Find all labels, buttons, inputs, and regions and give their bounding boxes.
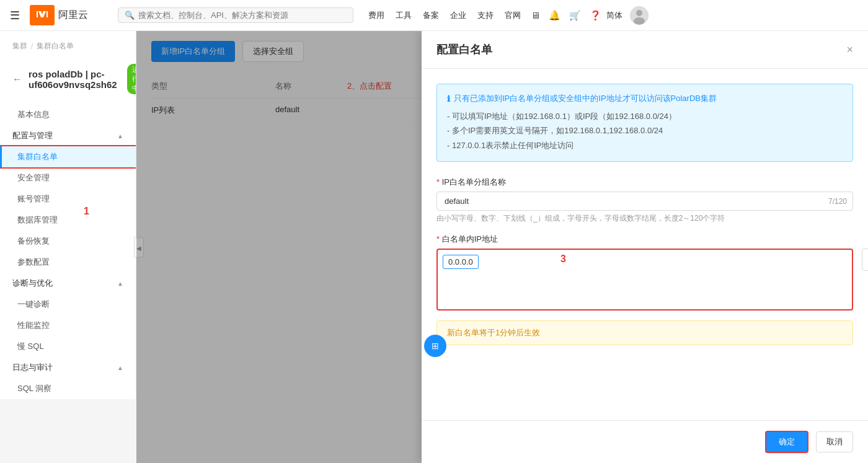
chevron-up-icon: ▲ — [117, 133, 123, 139]
svg-point-3 — [634, 17, 645, 25]
breadcrumb-cluster[interactable]: 集群 — [12, 41, 27, 51]
info-line-3: - 127.0.0.1表示禁止任何IP地址访问 — [447, 138, 843, 152]
svg-point-2 — [636, 10, 642, 16]
help-icon[interactable]: ❓ — [590, 10, 601, 21]
info-box-title: ℹ 只有已添加到IP白名单分组或安全组中的IP地址才可以访问该PolarDB集群 — [447, 93, 843, 104]
dialog-title: 配置白名单 — [436, 42, 492, 57]
sidebar-item-whitelist[interactable]: 集群白名单 — [0, 146, 136, 167]
dialog-header: 配置白名单 × — [422, 31, 868, 69]
logo-text: 阿里云 — [58, 9, 88, 22]
sidebar-item-sql-insight[interactable]: SQL 洞察 — [0, 378, 136, 399]
dialog-footer: 确定 取消 — [422, 420, 868, 463]
hamburger-icon[interactable]: ☰ — [10, 9, 20, 22]
group-name-hint: 由小写字母、数字、下划线（_）组成，字母开头，字母或数字结尾，长度2～120个字… — [436, 213, 853, 224]
breadcrumb: 集群 / 集群白名单 — [0, 41, 136, 59]
search-input[interactable] — [138, 11, 347, 20]
nav-icon-group: 🖥 🔔 🛒 ❓ — [531, 10, 601, 21]
logo-icon — [30, 5, 55, 25]
main-layout: 集群 / 集群白名单 ← ros poladDb | pc-uf606ov9nv… — [0, 31, 868, 463]
nav-links: 费用 工具 备案 企业 支持 官网 — [368, 10, 521, 21]
info-line-1: - 可以填写IP地址（如192.168.0.1）或IP段（如192.168.0.… — [447, 109, 843, 123]
dialog-close-button[interactable]: × — [846, 44, 853, 55]
group-name-input[interactable] — [436, 192, 853, 211]
group-name-label: IP白名单分组名称 — [436, 177, 853, 188]
nav-link-support[interactable]: 支持 — [477, 10, 494, 21]
nav-link-official[interactable]: 官网 — [505, 10, 521, 21]
dialog-body: ℹ 只有已添加到IP白名单分组或安全组中的IP地址才可以访问该PolarDB集群… — [422, 69, 868, 420]
confirm-button[interactable]: 确定 — [765, 431, 808, 453]
back-button[interactable]: ← — [12, 74, 22, 85]
logo: 阿里云 — [30, 5, 88, 25]
nav-link-beian[interactable]: 备案 — [423, 10, 439, 21]
cluster-name: ros poladDb | pc-uf606ov9nvsq2sh62 — [29, 69, 117, 90]
chat-icon-button[interactable]: 💬 — [862, 249, 868, 271]
content-area: 新增IP白名单分组 选择安全组 类型 名称 IP列表 default 2、点击配… — [136, 31, 868, 463]
top-navigation: ☰ 阿里云 🔍 费用 工具 备案 企业 支持 官网 🖥 🔔 🛒 ❓ 简体 — [0, 0, 868, 31]
nav-link-fee[interactable]: 费用 — [368, 10, 384, 21]
sidebar-section-diagnostic[interactable]: 诊断与优化 ▲ — [0, 273, 136, 294]
sidebar-section-log-label: 日志与审计 — [12, 362, 53, 373]
float-grid-button[interactable]: ⊞ — [424, 335, 446, 357]
nav-link-enterprise[interactable]: 企业 — [450, 10, 466, 21]
info-box: ℹ 只有已添加到IP白名单分组或安全组中的IP地址才可以访问该PolarDB集群… — [436, 84, 853, 162]
annotation-1: 1 — [84, 206, 89, 217]
cluster-title: ← ros poladDb | pc-uf606ov9nvsq2sh62 运行中 — [0, 59, 136, 104]
group-name-count: 7/120 — [828, 197, 847, 206]
warning-box: 新白名单将于1分钟后生效 — [436, 320, 853, 345]
sidebar-item-diagnosis[interactable]: 一键诊断 — [0, 294, 136, 315]
group-name-form-group: IP白名单分组名称 7/120 由小写字母、数字、下划线（_）组成，字母开头，字… — [436, 177, 853, 224]
language-selector[interactable]: 简体 — [606, 10, 622, 21]
sidebar-item-account[interactable]: 账号管理 — [0, 188, 136, 209]
breadcrumb-current: 集群白名单 — [37, 41, 74, 51]
dialog-whitelist: 配置白名单 × ℹ 只有已添加到IP白名单分组或安全组中的IP地址才可以访问该P… — [422, 31, 868, 463]
info-line-2: - 多个IP需要用英文逗号隔开，如192.168.0.1,192.168.0.0… — [447, 123, 843, 138]
ip-area-wrapper: 0.0.0.0 3 💬 — [436, 249, 853, 311]
screen-icon[interactable]: 🖥 — [531, 10, 540, 20]
side-action-buttons: 💬 — [862, 249, 868, 271]
search-icon: 🔍 — [125, 11, 135, 20]
cluster-status-badge: 运行中 — [127, 64, 136, 94]
sidebar-section-config-label: 配置与管理 — [12, 130, 53, 141]
annotation-3: 3 — [560, 254, 566, 265]
info-icon: ℹ — [447, 94, 450, 104]
sidebar-section-log[interactable]: 日志与审计 ▲ — [0, 357, 136, 378]
sidebar-item-param[interactable]: 参数配置 — [0, 252, 136, 273]
info-box-content: - 可以填写IP地址（如192.168.0.1）或IP段（如192.168.0.… — [447, 109, 843, 152]
grid-icon: ⊞ — [424, 335, 446, 357]
cart-icon[interactable]: 🛒 — [569, 10, 581, 21]
sidebar-item-slow-sql[interactable]: 慢 SQL — [0, 336, 136, 357]
search-bar[interactable]: 🔍 — [118, 7, 353, 23]
sidebar-item-database[interactable]: 数据库管理 — [0, 209, 136, 231]
sidebar-section-diagnostic-label: 诊断与优化 — [12, 278, 53, 289]
nav-link-tool[interactable]: 工具 — [396, 10, 412, 21]
ip-label: 白名单内IP地址 — [436, 234, 853, 245]
chevron-up-icon-3: ▲ — [117, 364, 123, 371]
ip-form-group: 白名单内IP地址 0.0.0.0 3 💬 — [436, 234, 853, 311]
sidebar-item-basic-info[interactable]: 基本信息 — [0, 104, 136, 125]
group-name-input-wrapper: 7/120 — [436, 192, 853, 211]
ip-tag: 0.0.0.0 — [443, 255, 479, 269]
sidebar-menu: 基本信息 配置与管理 ▲ 集群白名单 安全管理 账号管理 数据库管理 备份恢复 … — [0, 104, 136, 399]
sidebar: 集群 / 集群白名单 ← ros poladDb | pc-uf606ov9nv… — [0, 31, 136, 399]
breadcrumb-separator: / — [31, 42, 33, 51]
chevron-up-icon-2: ▲ — [117, 280, 123, 287]
sidebar-item-backup[interactable]: 备份恢复 — [0, 231, 136, 252]
avatar[interactable] — [630, 6, 649, 25]
ip-textarea-container[interactable]: 0.0.0.0 — [436, 249, 853, 311]
sidebar-section-config[interactable]: 配置与管理 ▲ — [0, 125, 136, 146]
sidebar-item-performance[interactable]: 性能监控 — [0, 315, 136, 336]
sidebar-item-security[interactable]: 安全管理 — [0, 167, 136, 188]
bell-icon[interactable]: 🔔 — [549, 10, 560, 21]
cancel-button[interactable]: 取消 — [816, 431, 853, 452]
